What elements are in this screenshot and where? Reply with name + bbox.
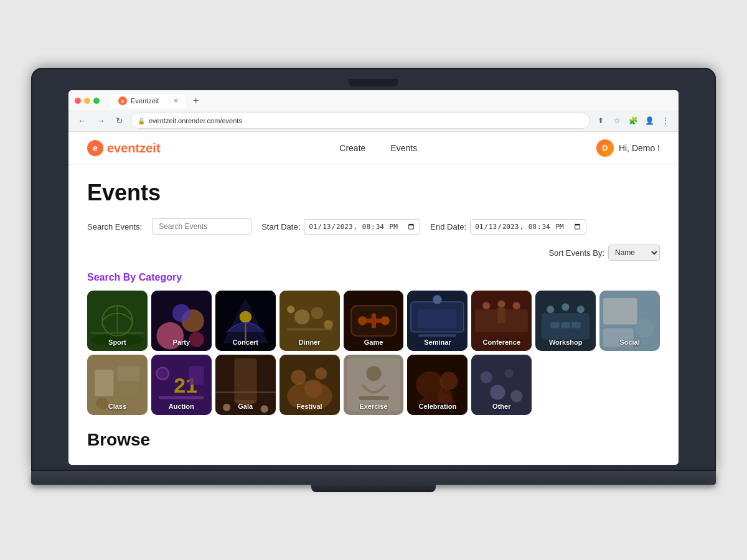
nav-links: Create Events — [339, 143, 417, 153]
category-card-workshop[interactable]: Workshop — [535, 291, 596, 351]
category-card-gala[interactable]: Gala — [215, 355, 276, 415]
url-text: eventzeit.onrender.com/events — [149, 117, 242, 124]
category-label-celebration: Celebration — [407, 403, 467, 410]
nav-events[interactable]: Events — [390, 143, 417, 153]
category-card-sport[interactable]: Sport — [87, 291, 148, 351]
start-date-input[interactable] — [304, 219, 420, 235]
screen-bezel: e Eventzeit × + ← → ↻ 🔒 eventzeit.onrend… — [31, 68, 716, 471]
category-card-game[interactable]: Game — [344, 291, 404, 351]
toolbar-actions: ⬆ ☆ 🧩 👤 ⋮ — [594, 114, 672, 128]
category-label-festival: Festival — [280, 403, 340, 410]
user-menu[interactable]: D Hi, Demo ! — [596, 139, 660, 157]
tab-title: Eventzeit — [131, 97, 159, 105]
search-input[interactable] — [152, 218, 251, 235]
tab-close-button[interactable]: × — [174, 96, 178, 105]
user-greeting: Hi, Demo ! — [619, 143, 660, 153]
category-card-seminar[interactable]: Seminar — [407, 291, 467, 351]
search-label: Search Events: — [87, 222, 142, 231]
refresh-button[interactable]: ↻ — [112, 113, 127, 128]
category-card-other[interactable]: Other — [471, 355, 532, 415]
category-label-party: Party — [151, 338, 212, 346]
category-label-concert: Concert — [215, 338, 276, 346]
end-date-input[interactable] — [470, 219, 586, 235]
category-card-auction[interactable]: 21Auction — [151, 355, 212, 415]
category-label-social: Social — [599, 338, 660, 346]
search-bar: Search Events: Start Date: End Date: Sor… — [87, 218, 660, 261]
laptop-notch — [349, 79, 398, 86]
category-label-conference: Conference — [471, 338, 532, 346]
logo-icon: e — [87, 140, 103, 156]
category-label-auction: Auction — [151, 403, 212, 410]
sort-label: Sort Events By: — [548, 248, 604, 258]
new-tab-button[interactable]: + — [188, 94, 204, 108]
screen: e Eventzeit × + ← → ↻ 🔒 eventzeit.onrend… — [68, 90, 679, 465]
page-body: Events Search Events: Start Date: End Da… — [68, 165, 679, 465]
sort-select[interactable]: Name Date Category — [608, 245, 660, 261]
tab-favicon: e — [118, 96, 127, 105]
traffic-lights — [75, 98, 100, 104]
browser-titlebar: e Eventzeit × + — [68, 90, 679, 110]
profile-button[interactable]: 👤 — [642, 114, 656, 128]
category-label-exercise: Exercise — [344, 403, 404, 410]
lock-icon: 🔒 — [138, 118, 145, 124]
laptop-shell: e Eventzeit × + ← → ↻ 🔒 eventzeit.onrend… — [31, 68, 716, 492]
end-date-label: End Date: — [430, 222, 466, 231]
app-navbar: e eventzeit Create Events D Hi, Demo ! — [68, 132, 679, 165]
address-bar[interactable]: 🔒 eventzeit.onrender.com/events — [131, 113, 590, 129]
category-card-conference[interactable]: Conference — [471, 291, 532, 351]
logo-brand-text: eventzeit — [107, 141, 161, 156]
category-label-class: Class — [87, 403, 148, 410]
category-card-festival[interactable]: Festival — [280, 355, 340, 415]
close-window-button[interactable] — [75, 98, 81, 104]
laptop-base — [31, 471, 716, 485]
browse-title: Browse — [87, 430, 660, 450]
forward-button[interactable]: → — [93, 113, 108, 128]
category-label-gala: Gala — [215, 403, 276, 410]
category-label-sport: Sport — [87, 338, 148, 346]
maximize-window-button[interactable] — [93, 98, 100, 104]
nav-create[interactable]: Create — [339, 143, 365, 153]
menu-button[interactable]: ⋮ — [659, 114, 672, 128]
app-content: e eventzeit Create Events D Hi, Demo ! — [68, 132, 679, 465]
app-logo[interactable]: e eventzeit — [87, 140, 161, 156]
start-date-label: Start Date: — [261, 222, 300, 231]
browser-tab[interactable]: e Eventzeit × — [111, 94, 186, 108]
end-date-group: End Date: — [430, 219, 586, 235]
category-card-concert[interactable]: Concert — [215, 291, 276, 351]
category-label-other: Other — [471, 403, 532, 410]
category-card-exercise[interactable]: Exercise — [344, 355, 404, 415]
category-card-social[interactable]: Social — [599, 291, 660, 351]
start-date-group: Start Date: — [261, 219, 420, 235]
browser-toolbar: ← → ↻ 🔒 eventzeit.onrender.com/events ⬆ … — [68, 110, 679, 131]
sort-group: Sort Events By: Name Date Category — [548, 245, 660, 261]
category-card-party[interactable]: Party — [151, 291, 212, 351]
category-label-game: Game — [344, 338, 404, 346]
share-button[interactable]: ⬆ — [594, 114, 608, 128]
laptop-stand — [311, 485, 436, 492]
category-section-title: Search By Category — [87, 272, 660, 283]
extensions-button[interactable]: 🧩 — [626, 114, 640, 128]
category-label-dinner: Dinner — [280, 338, 340, 346]
logo-letter: e — [93, 143, 98, 153]
tab-bar: e Eventzeit × + — [105, 94, 672, 108]
category-card-dinner[interactable]: Dinner — [280, 291, 340, 351]
category-label-seminar: Seminar — [407, 338, 467, 346]
user-avatar: D — [596, 139, 614, 157]
browser-chrome: e Eventzeit × + ← → ↻ 🔒 eventzeit.onrend… — [68, 90, 679, 132]
category-card-class[interactable]: Class — [87, 355, 148, 415]
page-title: Events — [87, 180, 660, 206]
bookmark-button[interactable]: ☆ — [610, 114, 624, 128]
category-card-celebration[interactable]: Celebration — [407, 355, 467, 415]
category-grid: SportPartyConcertDinnerGameSeminarConfer… — [87, 291, 660, 415]
minimize-window-button[interactable] — [84, 98, 90, 104]
category-label-workshop: Workshop — [535, 338, 596, 346]
back-button[interactable]: ← — [75, 113, 90, 128]
